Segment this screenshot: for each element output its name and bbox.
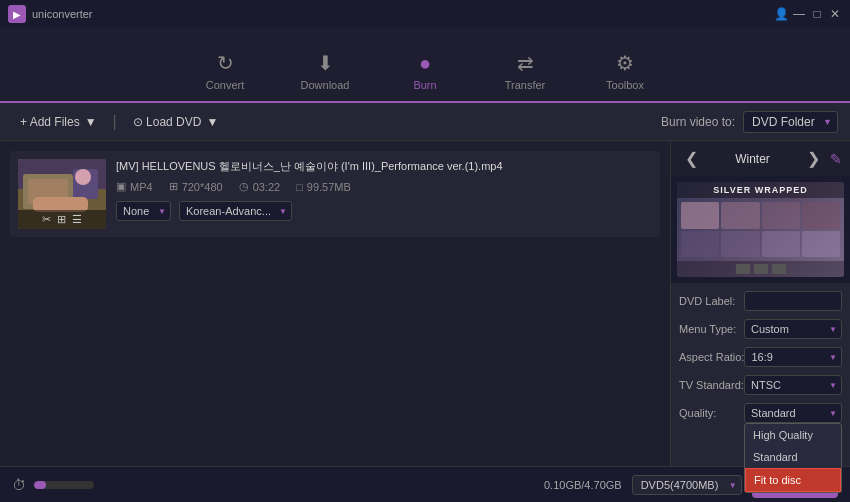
toolbar: + Add Files ▼ | ⊙ Load DVD ▼ Burn video … — [0, 103, 850, 141]
quality-dropdown: High Quality Standard Fit to disc — [744, 423, 842, 493]
quality-row: Quality: Standard High Quality Fit to di… — [679, 403, 842, 423]
burn-icon: ● — [419, 52, 431, 75]
file-resolution: ⊞ 720*480 — [169, 180, 223, 193]
subtitle-select-wrap: None — [116, 201, 171, 221]
panel-next-button[interactable]: ❯ — [801, 147, 826, 170]
list-icon[interactable]: ☰ — [72, 213, 82, 226]
menu-type-select[interactable]: Custom None — [744, 319, 842, 339]
file-thumbnail: ✂ ⊞ ☰ — [18, 159, 106, 229]
dvd-label-control — [744, 291, 842, 311]
file-size: □ 99.57MB — [296, 180, 351, 193]
subtitle-select[interactable]: None — [116, 201, 171, 221]
dvd-cell-3 — [762, 202, 800, 229]
disk-type-select[interactable]: DVD5(4700MB) DVD9(8540MB) — [632, 475, 742, 495]
nav-convert-label: Convert — [206, 79, 245, 91]
app-name-label: uniconverter — [32, 8, 93, 20]
dvd-cell-8 — [802, 231, 840, 258]
file-controls: None Korean-Advanc... — [116, 201, 652, 221]
panel-prev-button[interactable]: ❮ — [679, 147, 704, 170]
menu-type-select-wrap: Custom None — [744, 319, 842, 339]
size-icon: □ — [296, 181, 303, 193]
resolution-icon: ⊞ — [169, 180, 178, 193]
burn-to-select[interactable]: DVD Folder ISO File DVD Disc — [743, 111, 838, 133]
quality-select-wrap: Standard High Quality Fit to disc High Q… — [744, 403, 842, 423]
toolbar-separator: | — [113, 113, 117, 131]
nav-download-label: Download — [301, 79, 350, 91]
dvd-cell-2 — [721, 202, 759, 229]
maximize-button[interactable]: □ — [810, 7, 824, 21]
dvd-label-input[interactable] — [744, 291, 842, 311]
add-files-chevron-icon: ▼ — [85, 115, 97, 129]
main-content: ✂ ⊞ ☰ [MV] HELLOVENUS 헬로비너스_난 예술이야 (I'm … — [0, 141, 850, 466]
aspect-ratio-select-wrap: 16:9 4:3 — [744, 347, 842, 367]
nav-toolbox-label: Toolbox — [606, 79, 644, 91]
user-icon[interactable]: 👤 — [774, 7, 788, 21]
quality-select[interactable]: Standard High Quality Fit to disc — [744, 403, 842, 423]
scissors-icon[interactable]: ✂ — [42, 213, 51, 226]
audio-select[interactable]: Korean-Advanc... — [179, 201, 292, 221]
burn-to-select-wrap: DVD Folder ISO File DVD Disc — [743, 111, 838, 133]
file-duration: ◷ 03:22 — [239, 180, 281, 193]
right-panel: ❮ Winter ❯ ✎ SILVER WRAPPED — [670, 141, 850, 466]
dvd-cell-5 — [681, 231, 719, 258]
dvd-preview: SILVER WRAPPED — [671, 176, 850, 283]
burn-to-label: Burn video to: — [661, 115, 735, 129]
aspect-ratio-select[interactable]: 16:9 4:3 — [744, 347, 842, 367]
file-info: [MV] HELLOVENUS 헬로비너스_난 예술이야 (I'm III)_P… — [116, 159, 652, 221]
close-button[interactable]: ✕ — [828, 7, 842, 21]
file-row: ✂ ⊞ ☰ [MV] HELLOVENUS 헬로비너스_난 예술이야 (I'm … — [10, 151, 660, 237]
tv-standard-select[interactable]: NTSC PAL — [744, 375, 842, 395]
svg-point-6 — [75, 169, 91, 185]
dvd-cover-title: SILVER WRAPPED — [677, 182, 844, 198]
file-format: ▣ MP4 — [116, 180, 153, 193]
navbar: ↻ Convert ⬇ Download ● Burn ⇄ Transfer ⚙… — [0, 28, 850, 103]
add-files-button[interactable]: + Add Files ▼ — [12, 111, 105, 133]
duration-value: 03:22 — [253, 181, 281, 193]
menu-type-row: Menu Type: Custom None — [679, 319, 842, 339]
transfer-icon: ⇄ — [517, 51, 534, 75]
dvd-cell-4 — [802, 202, 840, 229]
dvd-label-row: DVD Label: — [679, 291, 842, 311]
dvd-cover: SILVER WRAPPED — [677, 182, 844, 277]
tv-standard-select-wrap: NTSC PAL — [744, 375, 842, 395]
panel-settings: DVD Label: Menu Type: Custom None Aspect… — [671, 283, 850, 466]
quality-option-fit[interactable]: Fit to disc — [745, 468, 841, 492]
load-dvd-button[interactable]: ⊙ Load DVD ▼ — [125, 111, 227, 133]
nav-convert[interactable]: ↻ Convert — [195, 51, 255, 101]
panel-edit-button[interactable]: ✎ — [830, 151, 842, 167]
dvd-bottom-icon-3 — [772, 264, 786, 274]
status-left: ⏱ — [12, 477, 94, 493]
thumbnail-controls: ✂ ⊞ ☰ — [18, 210, 106, 229]
panel-title: Winter — [708, 152, 797, 166]
quality-option-standard[interactable]: Standard — [745, 446, 841, 468]
nav-toolbox[interactable]: ⚙ Toolbox — [595, 51, 655, 101]
nav-burn-label: Burn — [413, 79, 436, 91]
crop-icon[interactable]: ⊞ — [57, 213, 66, 226]
load-dvd-label: ⊙ Load DVD — [133, 115, 202, 129]
nav-transfer[interactable]: ⇄ Transfer — [495, 51, 555, 101]
menu-type-label: Menu Type: — [679, 323, 744, 335]
aspect-ratio-label: Aspect Ratio: — [679, 351, 744, 363]
nav-download[interactable]: ⬇ Download — [295, 51, 355, 101]
dvd-bottom-icon-1 — [736, 264, 750, 274]
dvd-cell-7 — [762, 231, 800, 258]
add-files-label: + Add Files — [20, 115, 80, 129]
nav-transfer-label: Transfer — [505, 79, 546, 91]
duration-icon: ◷ — [239, 180, 249, 193]
tv-standard-label: TV Standard: — [679, 379, 744, 391]
file-name: [MV] HELLOVENUS 헬로비너스_난 예술이야 (I'm III)_P… — [116, 159, 652, 174]
app-logo: ▶ — [8, 5, 26, 23]
tv-standard-row: TV Standard: NTSC PAL — [679, 375, 842, 395]
left-panel: ✂ ⊞ ☰ [MV] HELLOVENUS 헬로비너스_난 예술이야 (I'm … — [0, 141, 670, 466]
titlebar: ▶ uniconverter 👤 — □ ✕ — [0, 0, 850, 28]
panel-nav: ❮ Winter ❯ ✎ — [671, 141, 850, 176]
size-value: 99.57MB — [307, 181, 351, 193]
minimize-button[interactable]: — — [792, 7, 806, 21]
quality-option-high[interactable]: High Quality — [745, 424, 841, 446]
nav-burn[interactable]: ● Burn — [395, 52, 455, 101]
convert-icon: ↻ — [217, 51, 234, 75]
statusbar: ⏱ 0.10GB/4.70GB DVD5(4700MB) DVD9(8540MB… — [0, 466, 850, 502]
progress-bar-container — [34, 481, 94, 489]
download-icon: ⬇ — [317, 51, 334, 75]
disk-usage: 0.10GB/4.70GB — [544, 479, 622, 491]
